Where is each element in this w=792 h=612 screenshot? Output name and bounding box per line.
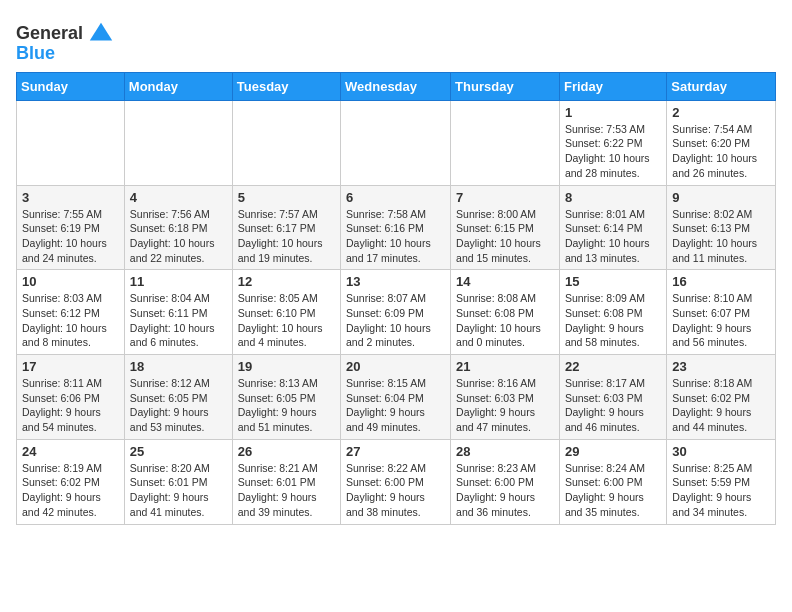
calendar-cell: 5Sunrise: 7:57 AM Sunset: 6:17 PM Daylig… [232,185,340,270]
day-info: Sunrise: 8:18 AM Sunset: 6:02 PM Dayligh… [672,376,770,435]
day-number: 21 [456,359,554,374]
calendar-header-row: SundayMondayTuesdayWednesdayThursdayFrid… [17,72,776,100]
day-number: 16 [672,274,770,289]
calendar-cell: 21Sunrise: 8:16 AM Sunset: 6:03 PM Dayli… [451,355,560,440]
logo-text: General [16,24,83,44]
calendar-cell [341,100,451,185]
day-number: 20 [346,359,445,374]
calendar-cell: 26Sunrise: 8:21 AM Sunset: 6:01 PM Dayli… [232,439,340,524]
day-info: Sunrise: 8:02 AM Sunset: 6:13 PM Dayligh… [672,207,770,266]
day-info: Sunrise: 8:11 AM Sunset: 6:06 PM Dayligh… [22,376,119,435]
day-info: Sunrise: 8:22 AM Sunset: 6:00 PM Dayligh… [346,461,445,520]
day-info: Sunrise: 8:09 AM Sunset: 6:08 PM Dayligh… [565,291,661,350]
weekday-header-thursday: Thursday [451,72,560,100]
day-number: 26 [238,444,335,459]
day-info: Sunrise: 8:00 AM Sunset: 6:15 PM Dayligh… [456,207,554,266]
day-info: Sunrise: 8:07 AM Sunset: 6:09 PM Dayligh… [346,291,445,350]
day-number: 6 [346,190,445,205]
day-info: Sunrise: 8:08 AM Sunset: 6:08 PM Dayligh… [456,291,554,350]
calendar-cell: 27Sunrise: 8:22 AM Sunset: 6:00 PM Dayli… [341,439,451,524]
weekday-header-wednesday: Wednesday [341,72,451,100]
day-info: Sunrise: 8:12 AM Sunset: 6:05 PM Dayligh… [130,376,227,435]
day-info: Sunrise: 8:17 AM Sunset: 6:03 PM Dayligh… [565,376,661,435]
day-info: Sunrise: 7:54 AM Sunset: 6:20 PM Dayligh… [672,122,770,181]
day-number: 8 [565,190,661,205]
day-info: Sunrise: 8:16 AM Sunset: 6:03 PM Dayligh… [456,376,554,435]
calendar-week-row: 10Sunrise: 8:03 AM Sunset: 6:12 PM Dayli… [17,270,776,355]
calendar-cell: 1Sunrise: 7:53 AM Sunset: 6:22 PM Daylig… [559,100,666,185]
day-info: Sunrise: 7:56 AM Sunset: 6:18 PM Dayligh… [130,207,227,266]
calendar-cell: 11Sunrise: 8:04 AM Sunset: 6:11 PM Dayli… [124,270,232,355]
day-info: Sunrise: 8:21 AM Sunset: 6:01 PM Dayligh… [238,461,335,520]
weekday-header-saturday: Saturday [667,72,776,100]
calendar-cell [124,100,232,185]
day-number: 4 [130,190,227,205]
day-number: 23 [672,359,770,374]
svg-marker-0 [90,23,112,41]
weekday-header-friday: Friday [559,72,666,100]
day-info: Sunrise: 8:01 AM Sunset: 6:14 PM Dayligh… [565,207,661,266]
day-number: 17 [22,359,119,374]
calendar-week-row: 17Sunrise: 8:11 AM Sunset: 6:06 PM Dayli… [17,355,776,440]
day-info: Sunrise: 8:05 AM Sunset: 6:10 PM Dayligh… [238,291,335,350]
calendar-cell: 29Sunrise: 8:24 AM Sunset: 6:00 PM Dayli… [559,439,666,524]
day-info: Sunrise: 8:24 AM Sunset: 6:00 PM Dayligh… [565,461,661,520]
day-number: 15 [565,274,661,289]
day-number: 29 [565,444,661,459]
calendar-cell: 30Sunrise: 8:25 AM Sunset: 5:59 PM Dayli… [667,439,776,524]
day-info: Sunrise: 8:03 AM Sunset: 6:12 PM Dayligh… [22,291,119,350]
logo-blue-text: Blue [16,44,55,64]
day-number: 2 [672,105,770,120]
logo-icon [87,20,115,48]
day-number: 1 [565,105,661,120]
day-info: Sunrise: 8:04 AM Sunset: 6:11 PM Dayligh… [130,291,227,350]
calendar-cell: 23Sunrise: 8:18 AM Sunset: 6:02 PM Dayli… [667,355,776,440]
calendar-cell: 22Sunrise: 8:17 AM Sunset: 6:03 PM Dayli… [559,355,666,440]
calendar-week-row: 1Sunrise: 7:53 AM Sunset: 6:22 PM Daylig… [17,100,776,185]
day-number: 14 [456,274,554,289]
calendar-table: SundayMondayTuesdayWednesdayThursdayFrid… [16,72,776,525]
calendar-cell: 4Sunrise: 7:56 AM Sunset: 6:18 PM Daylig… [124,185,232,270]
calendar-cell: 17Sunrise: 8:11 AM Sunset: 6:06 PM Dayli… [17,355,125,440]
calendar-cell [232,100,340,185]
calendar-cell: 18Sunrise: 8:12 AM Sunset: 6:05 PM Dayli… [124,355,232,440]
calendar-cell: 14Sunrise: 8:08 AM Sunset: 6:08 PM Dayli… [451,270,560,355]
calendar-cell [17,100,125,185]
day-info: Sunrise: 8:13 AM Sunset: 6:05 PM Dayligh… [238,376,335,435]
day-info: Sunrise: 8:10 AM Sunset: 6:07 PM Dayligh… [672,291,770,350]
calendar-cell: 19Sunrise: 8:13 AM Sunset: 6:05 PM Dayli… [232,355,340,440]
day-info: Sunrise: 8:23 AM Sunset: 6:00 PM Dayligh… [456,461,554,520]
weekday-header-tuesday: Tuesday [232,72,340,100]
calendar-cell: 8Sunrise: 8:01 AM Sunset: 6:14 PM Daylig… [559,185,666,270]
day-info: Sunrise: 8:20 AM Sunset: 6:01 PM Dayligh… [130,461,227,520]
calendar-cell: 2Sunrise: 7:54 AM Sunset: 6:20 PM Daylig… [667,100,776,185]
day-number: 3 [22,190,119,205]
day-number: 11 [130,274,227,289]
calendar-cell: 3Sunrise: 7:55 AM Sunset: 6:19 PM Daylig… [17,185,125,270]
day-number: 7 [456,190,554,205]
calendar-cell: 10Sunrise: 8:03 AM Sunset: 6:12 PM Dayli… [17,270,125,355]
day-number: 18 [130,359,227,374]
day-number: 22 [565,359,661,374]
day-info: Sunrise: 7:55 AM Sunset: 6:19 PM Dayligh… [22,207,119,266]
calendar-cell: 24Sunrise: 8:19 AM Sunset: 6:02 PM Dayli… [17,439,125,524]
calendar-cell: 15Sunrise: 8:09 AM Sunset: 6:08 PM Dayli… [559,270,666,355]
logo: General Blue [16,20,115,64]
day-number: 25 [130,444,227,459]
day-info: Sunrise: 7:57 AM Sunset: 6:17 PM Dayligh… [238,207,335,266]
weekday-header-sunday: Sunday [17,72,125,100]
calendar-cell: 12Sunrise: 8:05 AM Sunset: 6:10 PM Dayli… [232,270,340,355]
calendar-cell: 25Sunrise: 8:20 AM Sunset: 6:01 PM Dayli… [124,439,232,524]
calendar-cell: 28Sunrise: 8:23 AM Sunset: 6:00 PM Dayli… [451,439,560,524]
day-info: Sunrise: 8:15 AM Sunset: 6:04 PM Dayligh… [346,376,445,435]
day-info: Sunrise: 7:58 AM Sunset: 6:16 PM Dayligh… [346,207,445,266]
day-number: 19 [238,359,335,374]
weekday-header-monday: Monday [124,72,232,100]
calendar-week-row: 3Sunrise: 7:55 AM Sunset: 6:19 PM Daylig… [17,185,776,270]
day-number: 5 [238,190,335,205]
day-number: 10 [22,274,119,289]
calendar-cell: 9Sunrise: 8:02 AM Sunset: 6:13 PM Daylig… [667,185,776,270]
day-number: 27 [346,444,445,459]
day-number: 24 [22,444,119,459]
day-number: 12 [238,274,335,289]
